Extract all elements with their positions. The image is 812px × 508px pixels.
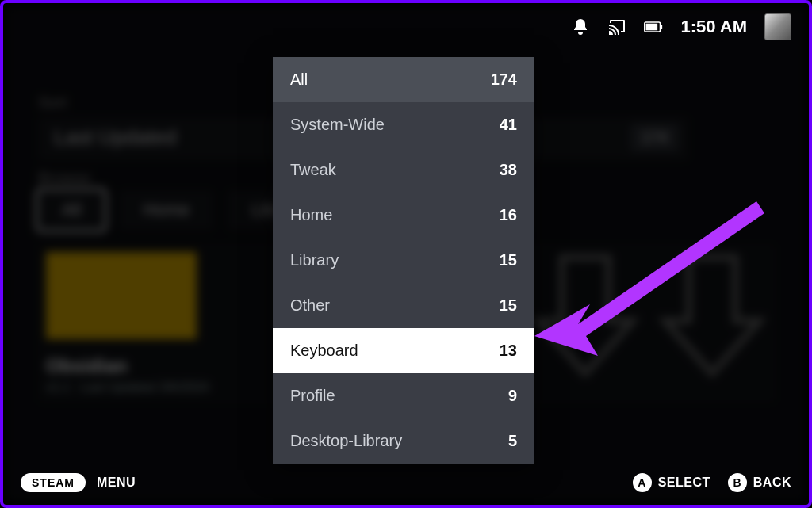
steam-button[interactable]: STEAM bbox=[21, 473, 86, 492]
status-time: 1:50 AM bbox=[680, 17, 747, 37]
dropdown-item-count: 9 bbox=[508, 387, 517, 405]
dropdown-item-count: 5 bbox=[508, 432, 517, 450]
dropdown-item-library[interactable]: Library15 bbox=[273, 238, 534, 283]
bg-tab: Home bbox=[119, 190, 213, 230]
menu-label: MENU bbox=[97, 476, 136, 490]
back-label: BACK bbox=[753, 476, 791, 490]
a-glyph-icon: A bbox=[633, 473, 652, 492]
dropdown-item-label: Home bbox=[290, 206, 332, 224]
dropdown-item-count: 41 bbox=[500, 116, 517, 134]
dropdown-item-tweak[interactable]: Tweak38 bbox=[273, 147, 534, 193]
b-glyph-icon: B bbox=[728, 473, 747, 492]
dropdown-item-count: 16 bbox=[500, 206, 517, 224]
dropdown-item-label: Library bbox=[290, 251, 339, 269]
bg-card-thumb bbox=[46, 252, 197, 339]
dropdown-item-count: 13 bbox=[500, 342, 517, 360]
dropdown-item-count: 174 bbox=[491, 71, 517, 89]
battery-icon bbox=[644, 17, 663, 36]
bell-icon[interactable] bbox=[571, 17, 590, 36]
dropdown-item-label: Profile bbox=[290, 387, 335, 405]
bg-sort-tag: 174 bbox=[630, 124, 679, 151]
dropdown-item-label: Tweak bbox=[290, 161, 336, 179]
select-action[interactable]: A SELECT bbox=[633, 473, 710, 492]
bg-tab: All bbox=[38, 190, 105, 230]
bg-sort-value: Last Updated bbox=[54, 125, 177, 149]
bg-browse-label: Browse bbox=[38, 169, 91, 187]
bg-card-title: Obsidian bbox=[46, 355, 128, 377]
dropdown-item-count: 15 bbox=[500, 296, 517, 315]
bg-arrow-decoration bbox=[530, 252, 641, 379]
dropdown-item-desktop-library[interactable]: Desktop-Library5 bbox=[273, 418, 534, 464]
bg-card-sub: v1.1 · Last Updated 3/6/2024 bbox=[46, 380, 209, 395]
dropdown-item-all[interactable]: All174 bbox=[273, 57, 534, 102]
svg-rect-1 bbox=[661, 25, 663, 29]
bg-arrow-decoration bbox=[657, 252, 768, 379]
svg-rect-2 bbox=[646, 24, 658, 31]
back-action[interactable]: B BACK bbox=[728, 473, 791, 492]
category-dropdown[interactable]: All174System-Wide41Tweak38Home16Library1… bbox=[273, 57, 534, 464]
dropdown-item-count: 38 bbox=[500, 161, 517, 179]
dropdown-item-profile[interactable]: Profile9 bbox=[273, 373, 534, 418]
dropdown-item-other[interactable]: Other15 bbox=[273, 283, 534, 328]
dropdown-item-keyboard[interactable]: Keyboard13 bbox=[273, 328, 534, 373]
status-bar: 1:50 AM bbox=[571, 11, 791, 43]
dropdown-item-label: Other bbox=[290, 296, 330, 315]
dropdown-item-label: Keyboard bbox=[290, 342, 358, 360]
select-label: SELECT bbox=[658, 476, 710, 490]
dropdown-item-label: Desktop-Library bbox=[290, 432, 402, 450]
bottom-bar: STEAM MENU A SELECT B BACK bbox=[21, 468, 791, 497]
cast-icon[interactable] bbox=[607, 17, 626, 36]
dropdown-item-count: 15 bbox=[500, 251, 517, 269]
dropdown-item-system-wide[interactable]: System-Wide41 bbox=[273, 102, 534, 147]
dropdown-item-label: System-Wide bbox=[290, 116, 385, 134]
dropdown-item-label: All bbox=[290, 71, 308, 89]
dropdown-item-home[interactable]: Home16 bbox=[273, 193, 534, 238]
avatar[interactable] bbox=[764, 13, 791, 40]
bg-sort-label: Sort bbox=[38, 94, 67, 112]
